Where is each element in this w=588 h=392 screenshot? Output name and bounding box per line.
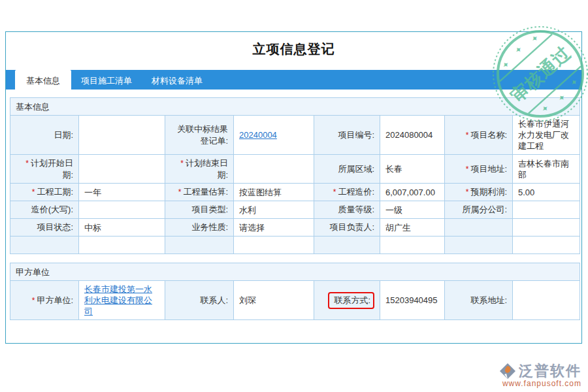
value-plan-end-date[interactable] <box>234 155 314 184</box>
value-quantity-estimate[interactable]: 按蓝图结算 <box>234 184 314 201</box>
value-project-cost[interactable]: 6,007,007.00 <box>380 184 445 201</box>
brand-url: www.fanpusoft.com <box>499 379 581 388</box>
value-contact-person[interactable]: 刘琛 <box>234 281 314 320</box>
value-cost-in-words[interactable] <box>79 201 165 219</box>
party-a-unit-link[interactable]: 长春市建投第一水利水电建设有限公司 <box>84 284 152 316</box>
table-row <box>10 237 580 254</box>
field-label: 工程造价: <box>338 187 374 197</box>
label-contact-person: 联系人: <box>165 281 234 320</box>
brand-name: 泛普软件 <box>519 361 581 381</box>
value-region[interactable]: 长春 <box>380 155 445 184</box>
required-mark: * <box>32 296 35 305</box>
tab-construction-list[interactable]: 项目施工清单 <box>71 70 142 90</box>
value-project-type[interactable]: 水利 <box>234 201 314 219</box>
value-project-status[interactable]: 中标 <box>79 219 165 237</box>
field-label: 工程工期: <box>37 187 73 197</box>
value-branch-company[interactable] <box>513 201 580 219</box>
field-label: 预期利润: <box>470 187 507 197</box>
label-contact-address: 联系地址: <box>445 281 513 320</box>
value-project-duration[interactable]: 一年 <box>79 184 165 201</box>
basic-info-table: 基本信息 日期: 关联中标结果登记单: 20240004 项目编号: 20240… <box>10 97 580 254</box>
required-mark: * <box>466 188 469 197</box>
empty-value-cell <box>380 237 445 254</box>
field-label: 工程量估算: <box>183 187 228 197</box>
page-frame: 立项信息登记 基本信息 项目施工清单 材料设备清单 基本信息 日期: 关联中标结… <box>0 0 588 392</box>
label-quantity-estimate: *工程量估算: <box>165 184 234 201</box>
required-mark: * <box>25 159 29 168</box>
empty-value-cell <box>234 237 314 254</box>
label-business-nature: 业务性质: <box>165 219 234 237</box>
footer-logo: 泛普软件 www.fanpusoft.com <box>499 361 581 388</box>
field-label: 计划开始日期: <box>31 158 73 180</box>
empty-value-cell <box>513 237 580 254</box>
table-row: *工程工期: 一年 *工程量估算: 按蓝图结算 *工程造价: 6,007,007… <box>10 184 580 201</box>
required-mark: * <box>466 131 469 140</box>
section-title-basic-info: 基本信息 <box>10 98 580 116</box>
empty-label-cell <box>445 237 513 254</box>
value-project-name[interactable]: 长春市伊通河水力发电厂改建工程 <box>513 116 580 155</box>
label-plan-end-date: *计划结束日期: <box>165 155 234 184</box>
value-project-address[interactable]: 吉林长春市南部 <box>513 155 580 184</box>
empty-label-cell <box>314 237 380 254</box>
value-contact-address[interactable] <box>513 281 580 320</box>
value-project-code[interactable]: 2024080004 <box>380 116 445 155</box>
table-row: *甲方单位: 长春市建投第一水利水电建设有限公司 联系人: 刘琛 联系方式: 1… <box>10 281 580 320</box>
label-party-a-unit: *甲方单位: <box>10 281 79 320</box>
value-expected-profit[interactable]: 5.00 <box>513 184 580 201</box>
party-a-table: 甲方单位 *甲方单位: 长春市建投第一水利水电建设有限公司 联系人: 刘琛 联系… <box>10 263 580 320</box>
field-label: 质量等级: <box>338 204 374 214</box>
section-title-party-a: 甲方单位 <box>10 263 580 281</box>
label-branch-company: 所属分公司: <box>445 201 513 219</box>
bid-result-link[interactable]: 20240004 <box>239 130 277 140</box>
field-label: 造价(大写): <box>31 204 73 214</box>
value-quality-grade[interactable]: 一级 <box>380 201 445 219</box>
field-label: 所属区域: <box>338 164 374 174</box>
label-project-status: 项目状态: <box>10 219 79 237</box>
value-plan-start-date[interactable] <box>79 155 165 184</box>
field-label: 甲方单位: <box>37 295 73 305</box>
value-party-a-unit: 长春市建投第一水利水电建设有限公司 <box>79 281 165 320</box>
page-title: 立项信息登记 <box>6 41 581 58</box>
field-label: 项目编号: <box>338 130 374 140</box>
label-contact-method: 联系方式: <box>314 281 380 320</box>
section-header-row: 甲方单位 <box>10 263 580 281</box>
field-label: 所属分公司: <box>462 204 507 214</box>
empty-label-cell <box>165 237 234 254</box>
section-header-row: 基本信息 <box>10 98 580 116</box>
required-mark: * <box>333 188 336 197</box>
label-project-code: 项目编号: <box>314 116 380 155</box>
field-label: 关联中标结果登记单: <box>177 124 228 146</box>
tab-material-equipment-list[interactable]: 材料设备清单 <box>142 70 212 90</box>
field-label: 联系地址: <box>470 295 507 305</box>
table-row: 造价(大写): 项目类型: 水利 质量等级: 一级 所属分公司: <box>10 201 580 219</box>
field-label: 计划结束日期: <box>186 158 228 180</box>
required-mark: * <box>180 159 184 168</box>
field-label: 日期: <box>54 130 73 140</box>
value-bid-result-register: 20240004 <box>234 116 314 155</box>
label-project-name: *项目名称: <box>445 116 513 155</box>
value-project-manager[interactable]: 胡广生 <box>380 219 445 237</box>
tab-bar: 基本信息 项目施工清单 材料设备清单 <box>6 70 581 90</box>
label-project-type: 项目类型: <box>165 201 234 219</box>
required-mark: * <box>32 188 35 197</box>
field-label: 业务性质: <box>191 222 228 232</box>
label-region: 所属区域: <box>314 155 380 184</box>
field-label: 项目地址: <box>470 164 507 174</box>
field-label: 项目负责人: <box>329 222 374 232</box>
value-contact-method[interactable]: 15203940495 <box>380 281 445 320</box>
field-label: 联系人: <box>200 295 228 305</box>
label-quality-grade: 质量等级: <box>314 201 380 219</box>
label-bid-result-register: 关联中标结果登记单: <box>165 116 234 155</box>
contact-method-highlight-box: 联系方式: <box>328 292 374 309</box>
value-date[interactable] <box>79 116 165 155</box>
field-label: 联系方式: <box>334 295 370 305</box>
label-date: 日期: <box>10 116 79 155</box>
field-label: 项目类型: <box>191 204 228 214</box>
empty-label-cell <box>10 237 79 254</box>
value-business-nature[interactable]: 请选择 <box>234 219 314 237</box>
table-row: 项目状态: 中标 业务性质: 请选择 项目负责人: 胡广生 <box>10 219 580 237</box>
required-mark: * <box>466 165 469 174</box>
tab-basic-info[interactable]: 基本信息 <box>15 70 71 95</box>
field-label: 项目状态: <box>37 222 73 232</box>
required-mark: * <box>178 188 182 197</box>
